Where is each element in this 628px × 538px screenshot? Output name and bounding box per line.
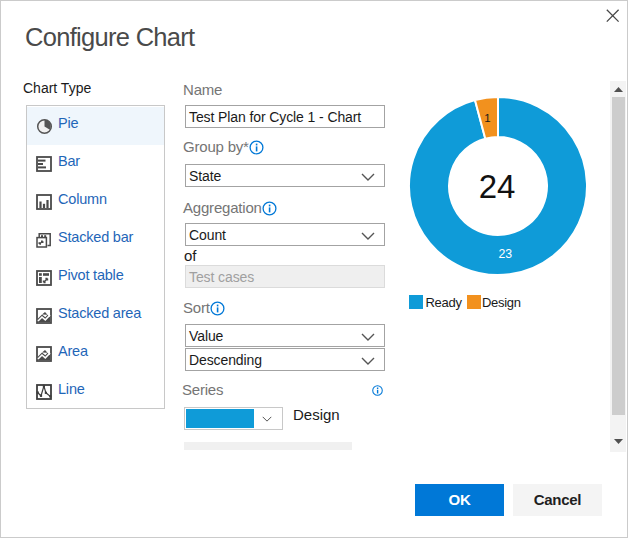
svg-text:1: 1	[484, 112, 490, 124]
svg-text:23: 23	[498, 247, 512, 261]
svg-text:24: 24	[479, 168, 516, 205]
